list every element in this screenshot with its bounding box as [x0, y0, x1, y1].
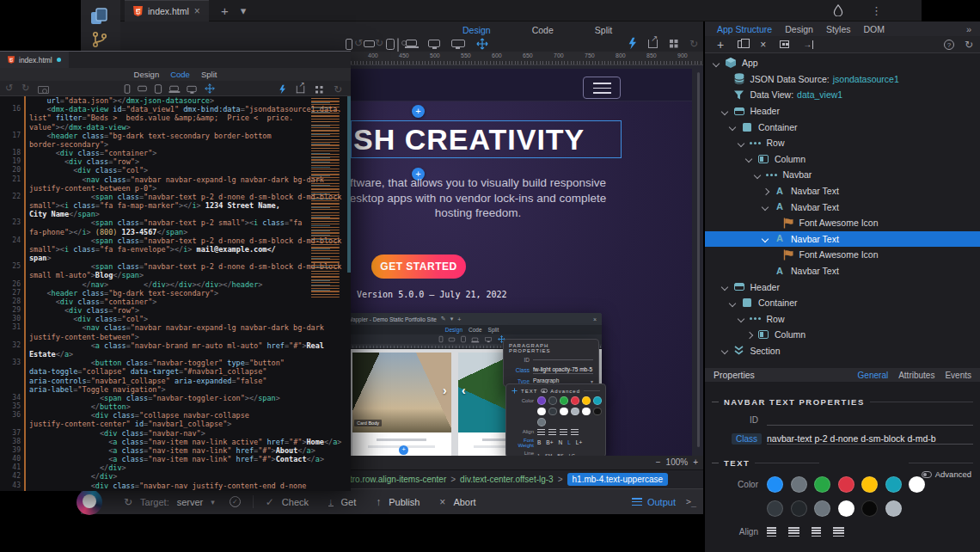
expand-chevron-icon[interactable] — [722, 108, 728, 114]
mini-color-swatch[interactable] — [537, 408, 546, 416]
code-line[interactable]: 38 <a class="nav-item nav-link active" h… — [0, 438, 351, 446]
panel-overflow-icon[interactable]: » — [966, 24, 971, 34]
tab-close-icon[interactable]: × — [194, 5, 200, 17]
color-swatch[interactable] — [861, 500, 878, 517]
color-swatch[interactable] — [861, 476, 878, 493]
tree-item-navbar-text[interactable]: ANavbar Text — [705, 263, 980, 279]
large-desktop-icon[interactable] — [451, 40, 465, 47]
tree-item-font-awesome-icon[interactable]: Font Awesome Icon — [705, 215, 980, 231]
align-left-icon[interactable] — [537, 429, 545, 435]
mini-color-swatch[interactable] — [571, 396, 579, 405]
code-line[interactable]: value"></dmx-data-view> — [0, 123, 351, 132]
tree-item-row[interactable]: Row — [705, 135, 980, 151]
code-line[interactable]: aria-label="Toggle navigation"> — [0, 385, 351, 394]
expand-chevron-icon[interactable] — [714, 60, 720, 66]
code-line[interactable]: list" filter="Beds > beds.value &amp;&am… — [0, 113, 351, 122]
code-line[interactable]: 31 <nav class="navbar navbar-expand-lg n… — [0, 323, 351, 332]
breadcrumb-item[interactable]: div.text-center.offset-lg-3 — [460, 475, 554, 484]
expand-chevron-icon[interactable] — [755, 172, 761, 178]
code-line[interactable]: 32 <a class="navbar-brand mr-auto ml-aut… — [0, 341, 351, 350]
code-line[interactable]: 39 <a class="nav-item nav-link" href="#"… — [0, 446, 351, 455]
font-weight-option[interactable]: L+ — [576, 439, 582, 445]
code-line[interactable]: 29 <div class="row"> — [0, 306, 351, 315]
components-icon[interactable] — [780, 40, 789, 48]
id-input[interactable] — [533, 359, 593, 360]
align-left-icon[interactable] — [767, 527, 776, 537]
expand-chevron-icon[interactable] — [722, 284, 728, 290]
duplicate-icon[interactable] — [738, 40, 744, 48]
tree-item-column[interactable]: Column — [705, 327, 980, 343]
tree-item-navbar-text[interactable]: ANavbar Text — [705, 183, 980, 199]
tree-item-font-awesome-icon[interactable]: Font Awesome Icon — [705, 247, 980, 263]
class-input[interactable]: fw-light opacity-75 mb-5 — [533, 366, 593, 374]
expand-chevron-icon[interactable] — [763, 188, 769, 194]
publish-button[interactable]: Publish — [389, 497, 420, 507]
target-dropdown-icon[interactable]: ▾ — [211, 498, 215, 506]
terminal-icon[interactable]: >_ — [686, 497, 696, 506]
font-weight-option[interactable]: N — [558, 439, 562, 445]
output-toggle[interactable]: Output — [647, 497, 676, 507]
advanced-toggle[interactable]: Advanced — [541, 389, 580, 394]
mini-color-swatch[interactable] — [571, 408, 579, 416]
tree-item-navbar-text[interactable]: ANavbar Text — [705, 199, 980, 215]
tree-item-container[interactable]: Container — [705, 295, 980, 311]
expand-chevron-icon[interactable] — [746, 156, 752, 162]
code-line[interactable]: 27 <header class="bg-dark text-secondary… — [0, 289, 351, 297]
share-export-icon[interactable] — [648, 40, 658, 48]
code-line[interactable]: 33 <button class="navbar-toggler" type="… — [0, 359, 351, 367]
delete-icon[interactable]: × — [760, 39, 766, 51]
tab-design[interactable]: Design — [785, 24, 813, 34]
tab-app-structure[interactable]: App Structure — [717, 24, 772, 34]
drag-handle-icon[interactable] — [511, 388, 518, 394]
fluid-resize-icon[interactable] — [476, 38, 488, 50]
design-scrollbar[interactable] — [697, 72, 700, 447]
code-line[interactable]: 37 <div class="navbar-nav"> — [0, 429, 351, 438]
color-swatch[interactable] — [885, 476, 902, 493]
mini-color-swatch[interactable] — [537, 396, 546, 405]
color-swatch[interactable] — [767, 476, 783, 493]
get-button[interactable]: Get — [341, 497, 357, 507]
expand-chevron-icon[interactable] — [722, 347, 728, 353]
theme-droplet-icon[interactable] — [833, 4, 843, 16]
align-right-icon[interactable] — [812, 527, 821, 537]
phone-landscape-icon[interactable] — [138, 86, 146, 91]
desktop-icon[interactable] — [428, 40, 440, 47]
font-weight-option[interactable]: B — [537, 439, 541, 445]
color-swatch[interactable] — [885, 500, 902, 517]
panel-refresh-icon[interactable]: ↻ — [965, 39, 973, 51]
expand-chevron-icon[interactable] — [746, 332, 752, 338]
props-tab-attributes[interactable]: Attributes — [898, 371, 934, 380]
code-line[interactable]: aria-controls="navbar1_collapse" aria-ex… — [0, 377, 351, 385]
code-line[interactable]: 22 <span class="navbar-text p-2 d-none d… — [0, 193, 351, 201]
tree-item-column[interactable]: Column — [705, 151, 980, 168]
code-line[interactable]: Estate</a> — [0, 350, 351, 359]
tree-item-data-view[interactable]: Data View:data_view1 — [705, 87, 980, 103]
mode-design[interactable]: Design — [134, 70, 160, 79]
color-swatch[interactable] — [767, 500, 783, 517]
zoom-in-button[interactable]: + — [693, 457, 698, 467]
selected-heading-outline[interactable]: SH CREATIVITY — [351, 120, 622, 158]
code-line[interactable]: 36 <div class="collapse navbar-collapse — [0, 411, 351, 420]
code-line[interactable]: justify-content-between"> — [0, 333, 351, 341]
move-out-icon[interactable]: → — [803, 40, 813, 49]
mini-color-swatch[interactable] — [593, 396, 602, 405]
expand-chevron-icon[interactable] — [730, 124, 736, 130]
code-line[interactable]: 19 <div class="row"> — [0, 157, 351, 166]
tree-item-navbar[interactable]: Navbar — [705, 167, 980, 183]
pages-icon[interactable] — [89, 7, 108, 28]
code-line[interactable]: justify-content-center" id="navbar1_coll… — [0, 420, 351, 428]
tree-item-container[interactable]: Container — [705, 119, 980, 135]
mode-split[interactable]: Split — [595, 25, 612, 35]
code-line[interactable]: border-secondary"> — [0, 140, 351, 149]
mini-color-swatch[interactable] — [582, 408, 591, 416]
hero-paragraph[interactable]: ftware, that allows you to visually buil… — [335, 175, 660, 221]
code-line[interactable]: 28 <div class="container"> — [0, 297, 351, 306]
refresh-icon[interactable]: ↻ — [689, 38, 698, 50]
new-tab-button[interactable]: + — [221, 3, 229, 18]
tree-item-app[interactable]: App — [705, 55, 980, 71]
refresh-icon[interactable]: ↻ — [334, 83, 342, 95]
tree-item-navbar-text[interactable]: ANavbar Text — [705, 231, 980, 248]
code-line[interactable]: 20 <div class="col"> — [0, 166, 351, 175]
align-center-icon[interactable] — [788, 527, 799, 537]
more-menu-icon[interactable]: ⋮ — [871, 4, 882, 17]
